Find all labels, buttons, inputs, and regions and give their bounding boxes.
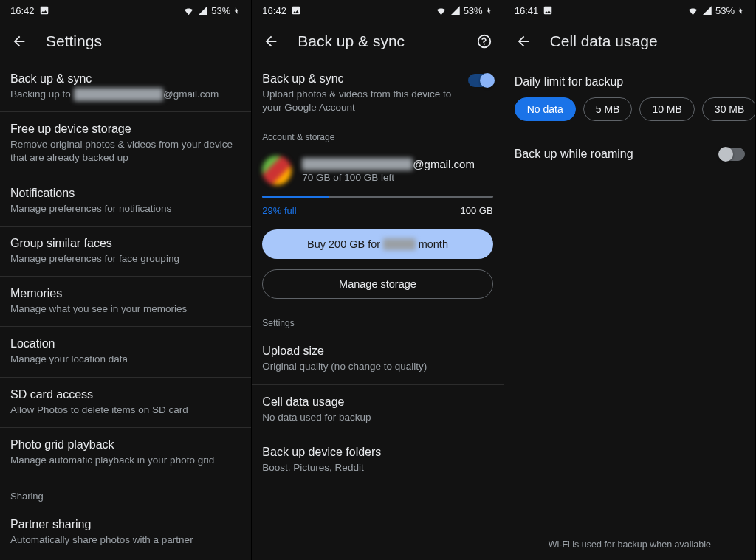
- settings-list: Back up & sync Backing up to xxxxxxxxxxx…: [0, 62, 251, 560]
- item-location[interactable]: Location Manage your location data: [0, 327, 251, 377]
- backup-sync-intro: Back up & sync Upload photos & videos fr…: [252, 62, 503, 119]
- section-settings: Settings: [252, 299, 503, 334]
- item-title: Upload size: [262, 345, 492, 358]
- status-battery: 53%: [715, 5, 735, 16]
- item-subtitle: Original quality (no change to quality): [262, 360, 492, 373]
- screen-settings: 16:42 53% Settings Back up & sync: [0, 0, 252, 560]
- item-hide-video-motion[interactable]: Hide video from motion photos Other peop…: [0, 557, 251, 560]
- progress-bar: [262, 196, 492, 198]
- charging-icon: [738, 5, 745, 16]
- progress-fill: [262, 196, 329, 198]
- item-title: Memories: [10, 287, 241, 300]
- chip-10mb[interactable]: 10 MB: [639, 97, 694, 121]
- item-free-up-storage[interactable]: Free up device storage Remove original p…: [0, 112, 251, 176]
- page-title: Back up & sync: [298, 32, 457, 50]
- intro-title: Back up & sync: [262, 72, 458, 86]
- section-account-storage: Account & storage: [252, 119, 503, 148]
- manage-storage-button[interactable]: Manage storage: [262, 269, 492, 299]
- image-icon: [291, 5, 301, 15]
- chip-5mb[interactable]: 5 MB: [583, 97, 633, 121]
- item-subtitle: Backing up to xxxxxxxxxxxxxxxxxx@gmail.c…: [10, 88, 241, 101]
- storage-progress: 29% full 100 GB: [252, 190, 503, 219]
- status-bar: 16:42 53%: [252, 0, 503, 21]
- item-title: Location: [10, 337, 241, 350]
- page-title: Settings: [46, 32, 241, 50]
- toggle-roaming[interactable]: [720, 148, 745, 161]
- wifi-icon: [436, 5, 447, 16]
- intro-subtitle: Upload photos & videos from this device …: [262, 88, 458, 114]
- section-sharing: Sharing: [0, 477, 251, 508]
- status-time: 16:41: [515, 5, 539, 16]
- screen-back-up-sync: 16:42 53% Back up & sync Back up & sync …: [252, 0, 504, 560]
- roaming-row[interactable]: Back up while roaming: [504, 121, 755, 161]
- image-icon: [543, 5, 553, 15]
- item-partner-sharing[interactable]: Partner sharing Automatically share phot…: [0, 508, 251, 557]
- toggle-backup-sync[interactable]: [468, 74, 493, 87]
- screen-cell-data-usage: 16:41 53% Cell data usage Daily limit fo…: [504, 0, 756, 560]
- back-icon[interactable]: [10, 32, 28, 50]
- item-photo-grid-playback[interactable]: Photo grid playback Manage automatic pla…: [0, 428, 251, 477]
- daily-limit-chips: No data 5 MB 10 MB 30 MB Un: [504, 97, 755, 121]
- app-bar: Settings: [0, 21, 251, 62]
- back-icon[interactable]: [262, 32, 280, 50]
- status-battery: 53%: [464, 5, 483, 16]
- signal-icon: [701, 5, 712, 16]
- item-group-similar-faces[interactable]: Group similar faces Manage preferences f…: [0, 227, 251, 277]
- roaming-label: Back up while roaming: [515, 148, 633, 161]
- item-title: Cell data usage: [262, 395, 492, 409]
- wifi-icon: [183, 5, 194, 16]
- item-title: Group similar faces: [10, 237, 241, 250]
- item-subtitle: Boost, Pictures, Reddit: [262, 461, 492, 474]
- item-upload-size[interactable]: Upload size Original quality (no change …: [252, 334, 503, 384]
- item-cell-data-usage[interactable]: Cell data usage No data used for backup: [252, 385, 503, 435]
- account-email: xxxxxxxxxxxxxxxxxxxx@gmail.com: [302, 158, 475, 170]
- item-subtitle: No data used for backup: [262, 411, 492, 424]
- signal-icon: [450, 5, 461, 16]
- item-title: SD card access: [10, 388, 241, 401]
- status-time: 16:42: [10, 5, 35, 16]
- item-back-up-sync[interactable]: Back up & sync Backing up to xxxxxxxxxxx…: [0, 62, 251, 112]
- chip-no-data[interactable]: No data: [515, 97, 576, 121]
- back-icon[interactable]: [515, 32, 532, 50]
- item-backup-device-folders[interactable]: Back up device folders Boost, Pictures, …: [252, 435, 503, 485]
- item-subtitle: Manage preferences for face grouping: [10, 252, 241, 266]
- footer-note: Wi-Fi is used for backup when available: [504, 539, 755, 550]
- charging-icon: [233, 5, 241, 16]
- item-subtitle: Automatically share photos with a partne…: [10, 533, 241, 547]
- item-subtitle: Manage what you see in your memories: [10, 303, 241, 316]
- app-bar: Cell data usage: [504, 21, 755, 62]
- buy-storage-button[interactable]: Buy 200 GB for xxxxxx month: [262, 229, 492, 259]
- signal-icon: [197, 5, 208, 16]
- item-title: Notifications: [10, 187, 241, 200]
- item-title: Back up & sync: [10, 72, 241, 86]
- item-subtitle: Allow Photos to delete items on SD card: [10, 404, 241, 417]
- item-title: Photo grid playback: [10, 438, 241, 452]
- avatar: [262, 156, 292, 185]
- status-time: 16:42: [262, 5, 286, 16]
- item-subtitle: Manage automatic playback in your photo …: [10, 454, 241, 467]
- item-subtitle: Manage your location data: [10, 353, 241, 366]
- progress-percent: 29% full: [262, 205, 296, 216]
- progress-total: 100 GB: [461, 205, 493, 216]
- image-icon: [39, 5, 49, 15]
- item-subtitle: Remove original photos & videos from you…: [10, 138, 241, 165]
- account-row[interactable]: xxxxxxxxxxxxxxxxxxxx@gmail.com 70 GB of …: [252, 148, 503, 190]
- item-title: Free up device storage: [10, 122, 241, 136]
- status-battery: 53%: [211, 5, 230, 16]
- item-title: Partner sharing: [10, 518, 241, 531]
- daily-limit-label: Daily limit for backup: [504, 62, 755, 97]
- chip-30mb[interactable]: 30 MB: [702, 97, 755, 121]
- account-quota: 70 GB of 100 GB left: [302, 172, 475, 183]
- charging-icon: [486, 5, 493, 16]
- item-subtitle: Manage preferences for notifications: [10, 202, 241, 215]
- item-sd-card-access[interactable]: SD card access Allow Photos to delete it…: [0, 378, 251, 428]
- status-bar: 16:41 53%: [504, 0, 755, 21]
- page-title: Cell data usage: [550, 32, 745, 50]
- item-memories[interactable]: Memories Manage what you see in your mem…: [0, 277, 251, 327]
- app-bar: Back up & sync: [252, 21, 503, 62]
- wifi-icon: [687, 5, 698, 16]
- status-bar: 16:42 53%: [0, 0, 251, 21]
- item-notifications[interactable]: Notifications Manage preferences for not…: [0, 176, 251, 227]
- item-title: Back up device folders: [262, 446, 492, 459]
- help-icon[interactable]: [475, 32, 493, 50]
